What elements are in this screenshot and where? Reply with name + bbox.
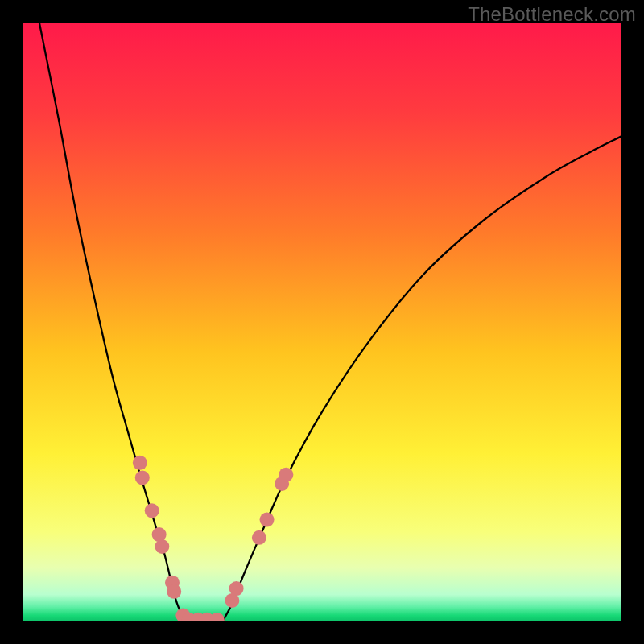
data-point [135,470,150,485]
data-point [229,581,244,596]
curve-right [223,136,621,620]
data-point [145,503,159,518]
data-point [155,539,169,554]
data-point [252,530,266,545]
chart-frame: TheBottleneck.com [0,0,644,644]
plot-area [23,23,621,621]
data-point [167,584,181,599]
curves-layer [23,23,621,621]
data-point [260,513,275,527]
data-point [133,456,147,470]
marker-group [133,456,294,621]
watermark-text: TheBottleneck.com [468,3,636,26]
data-point [279,468,293,482]
data-point [210,613,225,621]
